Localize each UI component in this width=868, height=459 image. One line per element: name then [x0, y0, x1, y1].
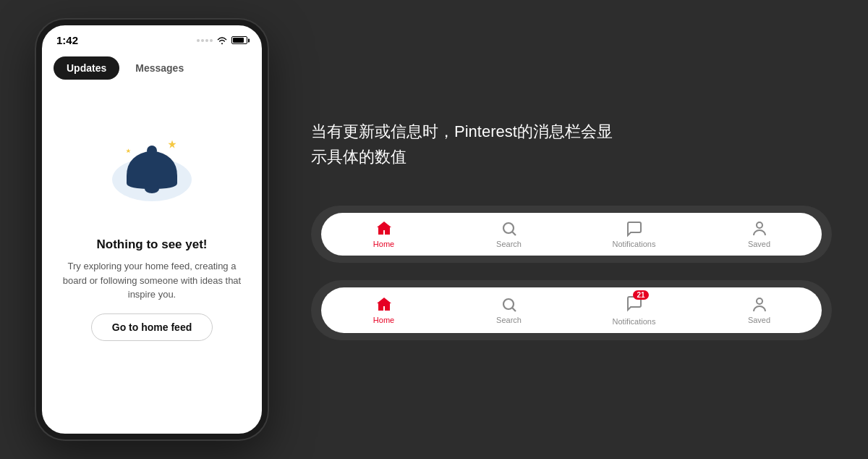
tab-messages[interactable]: Messages	[122, 56, 197, 80]
nav-item-search-normal[interactable]: Search	[484, 220, 535, 248]
home-icon	[375, 220, 393, 237]
home-label-2: Home	[373, 316, 394, 324]
phone-tabs: Updates Messages	[42, 51, 262, 85]
empty-state-desc: Try exploring your home feed, creating a…	[59, 259, 244, 302]
nav-item-saved-normal[interactable]: Saved	[734, 220, 785, 248]
svg-marker-3	[168, 140, 176, 148]
phone-empty-state: Nothing to see yet! Try exploring your h…	[42, 230, 262, 348]
notifications-label: Notifications	[613, 240, 656, 248]
search-icon	[501, 220, 518, 237]
search-label-2: Search	[496, 316, 522, 324]
nav-bar-normal-wrapper: Home Search N	[311, 206, 832, 263]
nav-item-search-badge[interactable]: Search	[484, 296, 535, 324]
nav-bar-badge-wrapper: Home Search	[311, 280, 832, 340]
svg-point-5	[503, 223, 514, 233]
nav-item-home-normal[interactable]: Home	[359, 220, 409, 248]
right-section: 当有更新或信息时，Pinterest的消息栏会显示具体的数值 Home	[268, 119, 832, 340]
chat-icon	[626, 220, 643, 237]
home-icon-2	[375, 296, 393, 313]
search-label: Search	[496, 240, 522, 248]
main-container: 1:42	[36, 20, 832, 439]
nav-bar-badge: Home Search	[321, 287, 822, 333]
battery-icon	[231, 36, 247, 44]
nav-item-notifications-badge[interactable]: 21 Notifications	[609, 295, 660, 326]
svg-line-9	[512, 308, 516, 312]
svg-marker-4	[126, 148, 131, 153]
svg-point-2	[145, 185, 159, 193]
dot4	[210, 39, 213, 42]
dot1	[197, 39, 200, 42]
go-home-button[interactable]: Go to home feed	[91, 313, 213, 341]
svg-line-6	[512, 232, 516, 236]
person-icon-2	[751, 296, 768, 313]
dot2	[201, 39, 204, 42]
nav-bars-container: Home Search N	[311, 206, 832, 340]
empty-state-title: Nothing to see yet!	[59, 237, 244, 252]
wifi-icon	[216, 36, 228, 45]
search-icon-2	[501, 296, 518, 313]
notifications-label-2: Notifications	[613, 317, 656, 326]
home-label: Home	[373, 240, 394, 248]
svg-point-1	[147, 146, 157, 156]
bell-illustration-area	[42, 85, 262, 230]
bell-illustration	[101, 111, 203, 212]
notification-badge: 21	[633, 290, 648, 300]
person-icon	[751, 220, 768, 237]
saved-label: Saved	[748, 240, 770, 248]
status-icons	[197, 36, 247, 45]
nav-item-notifications-normal[interactable]: Notifications	[609, 220, 660, 248]
description-text: 当有更新或信息时，Pinterest的消息栏会显示具体的数值	[311, 119, 832, 169]
status-time: 1:42	[56, 34, 78, 46]
notification-badge-wrapper: 21	[626, 295, 643, 315]
svg-point-10	[757, 298, 762, 304]
saved-label-2: Saved	[748, 316, 770, 324]
dot3	[205, 39, 208, 42]
svg-point-7	[757, 222, 762, 228]
tab-updates[interactable]: Updates	[54, 56, 119, 80]
status-bar: 1:42	[42, 25, 262, 51]
nav-item-home-badge[interactable]: Home	[359, 296, 409, 324]
svg-point-8	[503, 299, 514, 309]
nav-bar-normal: Home Search N	[321, 213, 822, 256]
nav-item-saved-badge[interactable]: Saved	[734, 296, 785, 324]
signal-dots	[197, 39, 213, 42]
phone-mockup: 1:42	[36, 20, 268, 439]
